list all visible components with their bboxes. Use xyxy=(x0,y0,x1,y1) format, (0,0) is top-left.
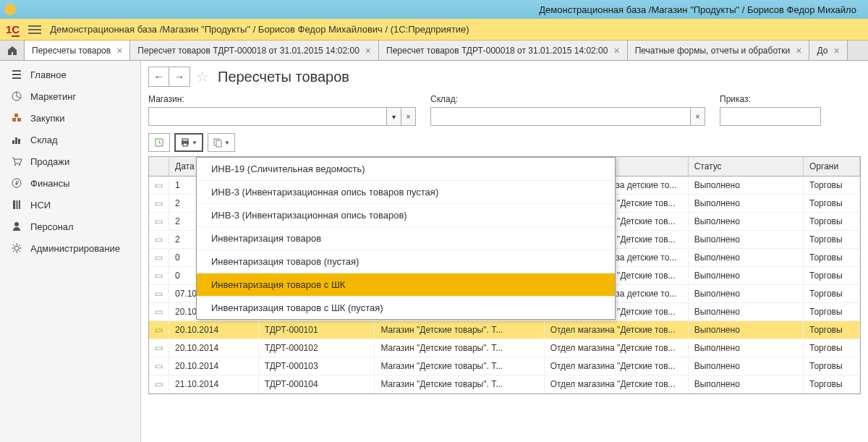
filter-store-label: Магазин: xyxy=(148,94,416,104)
dropdown-item[interactable]: ИНВ-3 (Инвентаризационная опись товаров … xyxy=(197,181,615,204)
tab-label: Пересчет товаров ТДРТ-000018 от 31.01.20… xyxy=(137,46,359,56)
sidebar-item-2[interactable]: Закупки xyxy=(0,107,140,129)
cell-org: Торговы xyxy=(804,267,860,285)
nav-back-button[interactable]: ← xyxy=(149,67,169,86)
chevron-down-icon: ▼ xyxy=(192,140,197,146)
breadcrumb: Демонстрационная база /Магазин "Продукты… xyxy=(50,24,469,35)
column-header[interactable]: Органи xyxy=(804,157,860,177)
cell-status: Выполнено xyxy=(688,177,803,195)
close-icon[interactable]: × xyxy=(116,45,122,56)
close-icon[interactable]: × xyxy=(796,45,801,56)
home-tab[interactable] xyxy=(0,41,25,60)
cell-warehouse: Отдел магазина "Детские тов... xyxy=(544,357,688,375)
document-icon: ▭ xyxy=(155,307,163,317)
svg-point-15 xyxy=(14,246,19,250)
sidebar-item-label: Главное xyxy=(30,69,67,80)
filter-store-dropdown[interactable]: ▾ xyxy=(387,107,401,126)
favorite-star-icon[interactable]: ☆ xyxy=(196,68,209,85)
cell-warehouse: Отдел магазина "Детские тов... xyxy=(544,339,688,357)
refresh-button[interactable] xyxy=(148,133,170,152)
refresh-icon xyxy=(154,137,164,148)
nav-forward-button[interactable]: → xyxy=(169,67,190,86)
dropdown-item[interactable]: Инвентаризация товаров с ШК (пустая) xyxy=(197,297,615,319)
svg-point-14 xyxy=(14,222,19,226)
tab-3[interactable]: Печатные формы, отчеты и обработки× xyxy=(628,41,810,60)
filter-store-input[interactable] xyxy=(148,107,387,126)
dropdown-item[interactable]: Инвентаризация товаров (пустая) xyxy=(197,250,615,273)
svg-rect-4 xyxy=(12,140,14,144)
reports-icon xyxy=(213,137,223,148)
cell-org: Торговы xyxy=(804,213,860,231)
close-icon[interactable]: × xyxy=(613,45,619,56)
table-row[interactable]: ▭ 21.10.2014 ТДРТ-000104 Магазин "Детски… xyxy=(149,375,860,394)
dropdown-item[interactable]: Инвентаризация товаров с ШК xyxy=(197,273,615,297)
filter-order: Приказ: xyxy=(720,94,821,126)
cell-date: 20.10.2014 xyxy=(169,357,259,375)
cell-store: Магазин "Детские товары". Т... xyxy=(375,375,544,394)
pie-icon xyxy=(10,90,23,103)
table-row[interactable]: ▭ 20.10.2014 ТДРТ-000102 Магазин "Детски… xyxy=(149,339,860,357)
document-icon: ▭ xyxy=(155,252,163,263)
svg-rect-18 xyxy=(183,143,187,146)
more-button[interactable]: ▼ xyxy=(208,133,235,152)
document-icon: ▭ xyxy=(155,271,163,281)
window-title: Демонстрационная база /Магазин "Продукты… xyxy=(20,4,864,15)
tab-0[interactable]: Пересчеты товаров× xyxy=(25,41,130,60)
tab-2[interactable]: Пересчет товаров ТДРТ-000018 от 31.01.20… xyxy=(379,41,628,60)
dropdown-item[interactable]: ИНВ-19 (Сличительная ведомость) xyxy=(197,158,615,181)
document-icon: ▭ xyxy=(155,361,163,371)
svg-rect-16 xyxy=(182,139,188,141)
svg-text:₽: ₽ xyxy=(15,180,19,187)
filter-order-input[interactable] xyxy=(720,107,821,126)
sidebar-item-5[interactable]: ₽Финансы xyxy=(0,172,140,194)
sidebar-item-7[interactable]: Персонал xyxy=(0,216,140,237)
chevron-down-icon: ▼ xyxy=(224,140,230,146)
toolbar: ▼ ▼ xyxy=(148,133,861,152)
cell-status: Выполнено xyxy=(688,285,803,303)
home-icon xyxy=(7,45,18,56)
close-icon[interactable]: × xyxy=(365,45,371,56)
content: ← → ☆ Пересчеты товаров Магазин: ▾ × Скл… xyxy=(141,61,868,442)
sidebar-item-1[interactable]: Маркетинг xyxy=(0,85,140,107)
page-title: Пересчеты товаров xyxy=(218,69,349,85)
dropdown-item[interactable]: ИНВ-3 (Инвентаризационная опись товаров) xyxy=(197,204,615,227)
tab-4[interactable]: До× xyxy=(809,41,847,60)
filter-warehouse-clear[interactable]: × xyxy=(691,107,705,126)
cell-org: Торговы xyxy=(804,249,860,267)
logo-1c: 1C xyxy=(6,23,20,35)
filter-store-clear[interactable]: × xyxy=(401,107,416,126)
print-button[interactable]: ▼ xyxy=(174,133,203,152)
window-titlebar: Демонстрационная база /Магазин "Продукты… xyxy=(0,0,868,19)
filter-warehouse: Склад: × xyxy=(430,94,705,126)
bars-icon xyxy=(10,133,23,146)
cell-org: Торговы xyxy=(804,375,860,394)
cart-icon xyxy=(10,155,23,168)
sidebar-item-8[interactable]: Администрирование xyxy=(0,237,140,259)
sidebar-item-6[interactable]: НСИ xyxy=(0,194,140,216)
cell-status: Выполнено xyxy=(688,195,803,213)
filter-warehouse-input[interactable] xyxy=(430,107,691,126)
table-row[interactable]: ▭ 20.10.2014 ТДРТ-000103 Магазин "Детски… xyxy=(149,357,860,375)
sidebar-item-4[interactable]: Продажи xyxy=(0,150,140,172)
document-icon: ▭ xyxy=(155,234,163,245)
menu-toggle-icon[interactable] xyxy=(28,25,41,34)
sidebar-item-3[interactable]: Склад xyxy=(0,129,140,150)
sidebar-item-label: Склад xyxy=(30,135,58,145)
cell-number: ТДРТ-000101 xyxy=(258,321,375,339)
sidebar-item-0[interactable]: Главное xyxy=(0,64,140,85)
books-icon xyxy=(10,198,23,211)
data-table: ИНВ-19 (Сличительная ведомость)ИНВ-3 (Ин… xyxy=(148,156,861,394)
boxes-icon xyxy=(10,111,23,124)
column-header[interactable]: Статус xyxy=(688,157,803,177)
table-row[interactable]: ▭ 20.10.2014 ТДРТ-000101 Магазин "Детски… xyxy=(149,321,860,339)
cell-number: ТДРТ-000104 xyxy=(258,375,375,394)
sidebar-item-label: НСИ xyxy=(30,200,51,211)
svg-rect-11 xyxy=(13,200,15,209)
cell-org: Торговы xyxy=(804,195,860,213)
document-icon: ▭ xyxy=(155,289,163,299)
tab-1[interactable]: Пересчет товаров ТДРТ-000018 от 31.01.20… xyxy=(130,41,379,60)
dropdown-item[interactable]: Инвентаризация товаров xyxy=(197,227,615,250)
close-icon[interactable]: × xyxy=(833,45,839,56)
document-icon: ▭ xyxy=(155,198,163,208)
svg-rect-13 xyxy=(19,200,20,209)
